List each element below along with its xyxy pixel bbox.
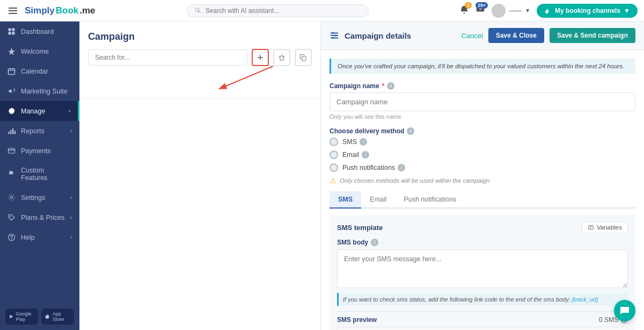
- sidebar-item-calendar[interactable]: Calendar: [0, 61, 79, 81]
- add-campaign-button[interactable]: [252, 49, 269, 66]
- svg-rect-10: [12, 128, 13, 134]
- sidebar-label-calendar: Calendar: [21, 68, 48, 75]
- email-label: Email i: [342, 151, 369, 159]
- app-store-label: App Store: [53, 311, 70, 322]
- sidebar-item-settings[interactable]: Settings ›: [0, 188, 79, 207]
- sidebar-label-plans: Plans & Prices: [21, 214, 64, 221]
- sidebar-label-reports: Reports: [21, 127, 45, 135]
- messages-icon[interactable]: 29+: [475, 5, 485, 16]
- email-radio-row: Email i: [330, 150, 635, 159]
- details-panel: Campaign details Cancel Save & Close Sav…: [321, 21, 644, 330]
- booking-channels-label: My booking channels: [555, 7, 620, 15]
- save-close-button[interactable]: Save & Close: [488, 28, 544, 43]
- variables-label: Variables: [597, 224, 622, 231]
- chat-icon: [619, 305, 630, 316]
- variables-button[interactable]: Variables: [582, 221, 628, 233]
- logo-book: Book: [56, 5, 79, 16]
- details-header: Campaign details Cancel Save & Close Sav…: [321, 21, 644, 50]
- trash-icon: [278, 54, 286, 61]
- sidebar-label-payments: Payments: [21, 147, 51, 155]
- save-send-button[interactable]: Save & Send campaign: [550, 28, 635, 43]
- search-bar[interactable]: [186, 4, 369, 17]
- sidebar-label-welcome: Welcome: [21, 48, 49, 55]
- tab-push[interactable]: Push notifications: [395, 191, 465, 209]
- sidebar-item-welcome[interactable]: Welcome: [0, 41, 79, 61]
- arrow-indicator: [88, 66, 312, 93]
- push-label: Push notifications i: [342, 164, 405, 171]
- sms-radio[interactable]: [330, 138, 338, 146]
- delete-campaign-button[interactable]: [273, 49, 290, 66]
- plans-chevron-icon: ›: [70, 214, 72, 220]
- svg-rect-16: [302, 56, 306, 61]
- google-play-badge[interactable]: Google Play: [5, 309, 38, 325]
- sms-info-icon[interactable]: i: [360, 138, 367, 146]
- svg-rect-2: [9, 32, 11, 34]
- sidebar-item-payments[interactable]: Payments: [0, 141, 79, 161]
- push-info-icon[interactable]: i: [398, 164, 405, 171]
- svg-rect-22: [589, 225, 593, 229]
- info-banner: Once you've crafted your campaign, it'll…: [330, 59, 635, 74]
- svg-rect-1: [12, 28, 14, 31]
- reports-chevron-icon: ›: [70, 128, 72, 134]
- credit-card-icon: [8, 147, 16, 155]
- sidebar-item-reports[interactable]: Reports ›: [0, 121, 79, 141]
- search-icon: [194, 7, 201, 14]
- user-menu[interactable]: —— ▼: [492, 4, 530, 18]
- sms-template-section: SMS template Variables SMS body i If you…: [330, 215, 635, 330]
- email-info-icon[interactable]: i: [362, 151, 369, 159]
- sliders-icon: [330, 31, 339, 40]
- search-input[interactable]: [206, 7, 361, 15]
- cancel-button[interactable]: Cancel: [461, 32, 482, 40]
- tab-sms[interactable]: SMS: [330, 191, 361, 209]
- help-chevron-icon: ›: [70, 234, 72, 240]
- svg-point-20: [335, 34, 337, 37]
- campaign-search-input[interactable]: [88, 49, 247, 66]
- track-url: [track_url]: [572, 296, 598, 303]
- delivery-info-icon[interactable]: i: [407, 127, 414, 135]
- sms-preview-label: SMS preview: [337, 316, 377, 324]
- puzzle-icon: [8, 170, 16, 178]
- store-badges: Google Play App Store: [0, 303, 79, 330]
- calendar-icon: [8, 67, 16, 75]
- campaign-title: Campaign: [88, 31, 312, 42]
- sidebar-label-dashboard: Dashboard: [21, 28, 54, 35]
- push-radio[interactable]: [330, 163, 338, 172]
- sms-preview-row: SMS preview 0 SMS i: [337, 311, 628, 324]
- svg-rect-3: [12, 32, 14, 34]
- copy-campaign-button[interactable]: [295, 49, 312, 66]
- tab-bar: SMS Email Push notifications: [330, 191, 635, 209]
- sidebar-label-marketing: Marketing Suite: [21, 88, 68, 95]
- app-store-badge[interactable]: App Store: [41, 309, 74, 325]
- sidebar-item-help[interactable]: Help ›: [0, 227, 79, 247]
- sms-body-info-icon[interactable]: i: [371, 239, 378, 246]
- svg-point-21: [332, 37, 334, 39]
- sidebar-item-manage[interactable]: Manage ›: [0, 101, 79, 121]
- sms-label: SMS i: [342, 138, 367, 146]
- campaign-name-info-icon[interactable]: i: [387, 82, 394, 90]
- email-radio[interactable]: [330, 150, 338, 159]
- sidebar-item-dashboard[interactable]: Dashboard: [0, 21, 79, 41]
- sidebar-item-custom[interactable]: Custom Features: [0, 161, 79, 188]
- help-icon: [8, 233, 16, 241]
- grid-icon: [8, 27, 16, 35]
- svg-rect-0: [9, 28, 11, 31]
- sms-body-textarea[interactable]: [337, 249, 628, 288]
- sidebar-item-marketing[interactable]: Marketing Suite: [0, 81, 79, 101]
- chat-bubble-button[interactable]: [614, 300, 635, 321]
- tab-email[interactable]: Email: [361, 191, 395, 209]
- manage-chevron-icon: ›: [69, 108, 70, 114]
- booking-channels-button[interactable]: My booking channels ▼: [537, 4, 638, 18]
- svg-point-13: [11, 197, 13, 199]
- menu-toggle[interactable]: [6, 5, 19, 16]
- sidebar-item-plans[interactable]: Plans & Prices ›: [0, 207, 79, 227]
- svg-point-14: [10, 216, 11, 217]
- sms-preview-box: [337, 327, 628, 330]
- required-marker: *: [382, 82, 385, 90]
- top-nav: SimplyBook.me 1 29+ —— ▼ My booking chan…: [0, 0, 644, 21]
- svg-rect-6: [12, 68, 13, 70]
- apple-icon: [45, 313, 50, 320]
- notification-bell[interactable]: 1: [459, 5, 469, 16]
- template-title: SMS template: [337, 224, 383, 232]
- campaign-name-input[interactable]: [330, 92, 635, 111]
- svg-rect-4: [9, 69, 15, 75]
